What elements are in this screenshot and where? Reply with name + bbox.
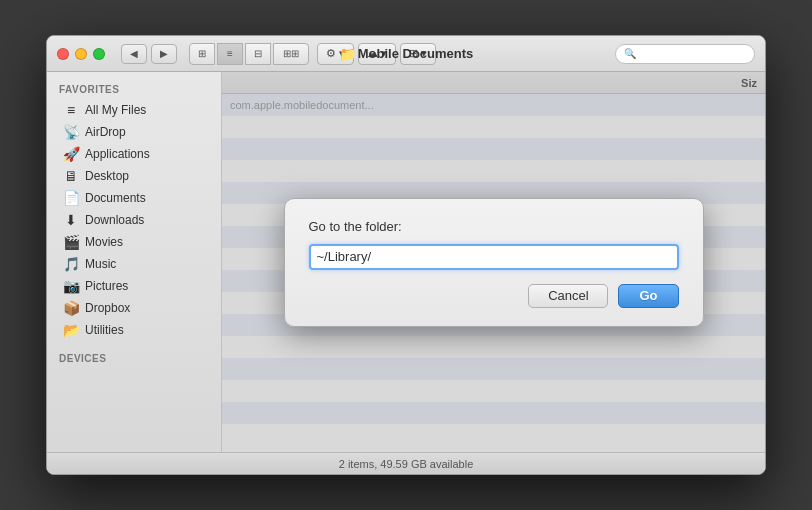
- traffic-lights: [57, 48, 105, 60]
- sidebar-item-documents[interactable]: 📄 Documents: [51, 187, 217, 209]
- finder-window: ◀ ▶ ⊞ ≡ ⊟ ⊞⊞ ⚙ ▾ ☁ ▾ ⊞ ▾ 📁 Mobile Docume…: [46, 35, 766, 475]
- applications-icon: 🚀: [63, 146, 79, 162]
- sidebar-item-label: Pictures: [85, 279, 128, 293]
- sidebar-item-music[interactable]: 🎵 Music: [51, 253, 217, 275]
- minimize-button[interactable]: [75, 48, 87, 60]
- modal-buttons: Cancel Go: [309, 284, 679, 308]
- sidebar-item-pictures[interactable]: 📷 Pictures: [51, 275, 217, 297]
- close-button[interactable]: [57, 48, 69, 60]
- cancel-button[interactable]: Cancel: [528, 284, 608, 308]
- status-bar: 2 items, 49.59 GB available: [47, 452, 765, 474]
- sidebar-item-label: Documents: [85, 191, 146, 205]
- content-area: Siz com.apple.mobiledocument...: [222, 72, 765, 452]
- nav-buttons: ◀ ▶: [121, 44, 177, 64]
- title-folder-icon: 📁: [339, 46, 356, 62]
- downloads-icon: ⬇: [63, 212, 79, 228]
- modal-overlay: Go to the folder: Cancel Go: [222, 72, 765, 452]
- go-button[interactable]: Go: [618, 284, 678, 308]
- sidebar-item-desktop[interactable]: 🖥 Desktop: [51, 165, 217, 187]
- utilities-icon: 📂: [63, 322, 79, 338]
- desktop-icon: 🖥: [63, 168, 79, 184]
- sidebar-item-label: Dropbox: [85, 301, 130, 315]
- titlebar: ◀ ▶ ⊞ ≡ ⊟ ⊞⊞ ⚙ ▾ ☁ ▾ ⊞ ▾ 📁 Mobile Docume…: [47, 36, 765, 72]
- window-title: Mobile Documents: [358, 46, 474, 61]
- airdrop-icon: 📡: [63, 124, 79, 140]
- sidebar-item-all-my-files[interactable]: ≡ All My Files: [51, 99, 217, 121]
- sidebar-item-label: AirDrop: [85, 125, 126, 139]
- devices-label: DEVICES: [47, 349, 221, 368]
- movies-icon: 🎬: [63, 234, 79, 250]
- sidebar-item-label: Utilities: [85, 323, 124, 337]
- window-title-area: 📁 Mobile Documents: [339, 46, 474, 62]
- sidebar: FAVORITES ≡ All My Files 📡 AirDrop 🚀 App…: [47, 72, 222, 452]
- sidebar-item-dropbox[interactable]: 📦 Dropbox: [51, 297, 217, 319]
- sidebar-item-label: Applications: [85, 147, 150, 161]
- cover-flow-button[interactable]: ⊞⊞: [273, 43, 309, 65]
- list-view-button[interactable]: ≡: [217, 43, 243, 65]
- music-icon: 🎵: [63, 256, 79, 272]
- main-area: FAVORITES ≡ All My Files 📡 AirDrop 🚀 App…: [47, 72, 765, 452]
- back-button[interactable]: ◀: [121, 44, 147, 64]
- maximize-button[interactable]: [93, 48, 105, 60]
- goto-folder-dialog: Go to the folder: Cancel Go: [284, 198, 704, 327]
- status-text: 2 items, 49.59 GB available: [339, 458, 474, 470]
- sidebar-item-label: Desktop: [85, 169, 129, 183]
- modal-title: Go to the folder:: [309, 219, 679, 234]
- sidebar-item-applications[interactable]: 🚀 Applications: [51, 143, 217, 165]
- forward-button[interactable]: ▶: [151, 44, 177, 64]
- documents-icon: 📄: [63, 190, 79, 206]
- folder-path-input[interactable]: [309, 244, 679, 270]
- pictures-icon: 📷: [63, 278, 79, 294]
- dropbox-icon: 📦: [63, 300, 79, 316]
- sidebar-item-label: Music: [85, 257, 116, 271]
- search-icon: 🔍: [624, 48, 636, 59]
- sidebar-item-downloads[interactable]: ⬇ Downloads: [51, 209, 217, 231]
- sidebar-item-movies[interactable]: 🎬 Movies: [51, 231, 217, 253]
- sidebar-item-label: Downloads: [85, 213, 144, 227]
- all-my-files-icon: ≡: [63, 102, 79, 118]
- column-view-button[interactable]: ⊟: [245, 43, 271, 65]
- icon-view-button[interactable]: ⊞: [189, 43, 215, 65]
- sidebar-item-label: All My Files: [85, 103, 146, 117]
- sidebar-item-utilities[interactable]: 📂 Utilities: [51, 319, 217, 341]
- search-box[interactable]: 🔍: [615, 44, 755, 64]
- favorites-label: FAVORITES: [47, 80, 221, 99]
- sidebar-item-label: Movies: [85, 235, 123, 249]
- sidebar-item-airdrop[interactable]: 📡 AirDrop: [51, 121, 217, 143]
